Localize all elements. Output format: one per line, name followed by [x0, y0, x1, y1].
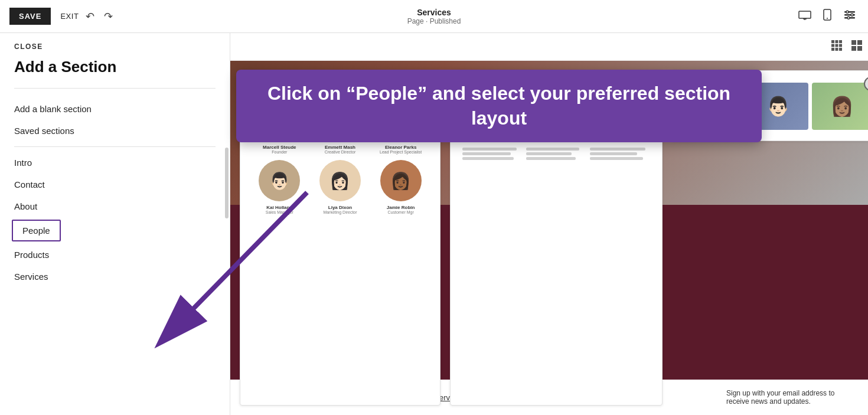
- toolbar: SAVE EXIT ↶ ↷ Services Page · Published: [0, 0, 868, 33]
- sidebar-item-intro[interactable]: Intro: [0, 152, 230, 174]
- left-panel: CLOSE Add a Section Add a blank section …: [0, 33, 230, 415]
- member-3-title: Lead Project Specialist: [373, 150, 428, 154]
- photo-2-desc: [526, 148, 586, 162]
- svg-rect-20: [851, 40, 856, 45]
- sidebar-item-services[interactable]: Services: [0, 266, 230, 287]
- svg-rect-22: [851, 46, 856, 51]
- svg-rect-13: [839, 40, 842, 43]
- member-4-name: Kai Holland: [252, 205, 307, 210]
- grid2-view-button[interactable]: [849, 38, 864, 55]
- panel-item-saved[interactable]: Saved sections: [0, 120, 230, 142]
- page-info: Services Page · Published: [407, 8, 461, 25]
- exit-button[interactable]: EXIT: [60, 12, 79, 21]
- photo-1-desc: [462, 148, 523, 162]
- section-toolbar: [230, 33, 868, 61]
- svg-rect-19: [839, 48, 842, 51]
- svg-rect-18: [836, 48, 838, 51]
- svg-rect-23: [857, 46, 862, 51]
- panel-title: Add a Section: [0, 55, 230, 88]
- member-1-name: Marcell Steude: [252, 145, 307, 150]
- panel-divider-mid: [14, 146, 216, 147]
- member-3-name: Eleanor Parks: [373, 145, 428, 150]
- page-status: Page · Published: [407, 17, 461, 25]
- svg-rect-0: [799, 11, 811, 18]
- team-member-6: 👩🏾 Jamie Robin Customer Mgr: [373, 160, 428, 214]
- grid3-view-button[interactable]: [829, 38, 844, 55]
- svg-point-9: [851, 14, 853, 16]
- svg-point-10: [847, 17, 850, 19]
- member-6-title: Customer Mgr: [373, 210, 428, 214]
- desktop-view-button[interactable]: [796, 7, 814, 25]
- svg-rect-21: [857, 40, 862, 45]
- sidebar-item-products[interactable]: Products: [0, 244, 230, 266]
- member-2-name: Emmett Mash: [313, 145, 368, 150]
- member-5-name: Liya Dixon: [313, 205, 368, 210]
- member-1-title: Founder: [252, 150, 307, 154]
- team-member-5: 👩🏻 Liya Dixon Marketing Director: [313, 160, 368, 214]
- svg-rect-15: [836, 44, 838, 47]
- sidebar-item-about[interactable]: About: [0, 195, 230, 217]
- panel-scrollbar: [225, 148, 229, 218]
- sidebar-item-people[interactable]: People: [12, 220, 61, 241]
- toolbar-right: [796, 6, 859, 27]
- panel-list: Add a blank section Saved sections Intro…: [0, 89, 230, 415]
- sidebar-item-contact[interactable]: Contact: [0, 174, 230, 195]
- member-5-title: Marketing Director: [313, 210, 368, 214]
- panel-item-blank[interactable]: Add a blank section: [0, 98, 230, 120]
- redo-button[interactable]: ↷: [102, 8, 115, 25]
- svg-point-8: [846, 11, 849, 13]
- photo-3-desc: [590, 148, 650, 162]
- settings-button[interactable]: [841, 6, 859, 27]
- svg-rect-11: [831, 40, 834, 43]
- tooltip-banner: Click on “People” and select your prefer…: [236, 70, 762, 142]
- svg-rect-17: [831, 48, 834, 51]
- mobile-view-button[interactable]: [821, 6, 834, 26]
- member-6-name: Jamie Robin: [373, 205, 428, 210]
- main-area: Organic S 123 Demo Street About Service …: [0, 33, 868, 415]
- tooltip-text: Click on “People” and select your prefer…: [267, 83, 730, 129]
- photo-6: 👩🏽: [812, 83, 868, 130]
- page-title: Services: [407, 8, 461, 17]
- team-member-4: 👨🏻 Kai Holland Sales Manager: [252, 160, 307, 214]
- svg-point-4: [827, 18, 828, 19]
- svg-rect-16: [839, 44, 842, 47]
- svg-rect-14: [831, 44, 834, 47]
- undo-button[interactable]: ↶: [83, 8, 97, 25]
- member-2-title: Creative Director: [313, 150, 368, 154]
- save-button[interactable]: SAVE: [9, 8, 51, 25]
- member-4-title: Sales Manager: [252, 210, 307, 214]
- svg-rect-12: [836, 40, 838, 43]
- panel-close-button[interactable]: CLOSE: [0, 33, 230, 55]
